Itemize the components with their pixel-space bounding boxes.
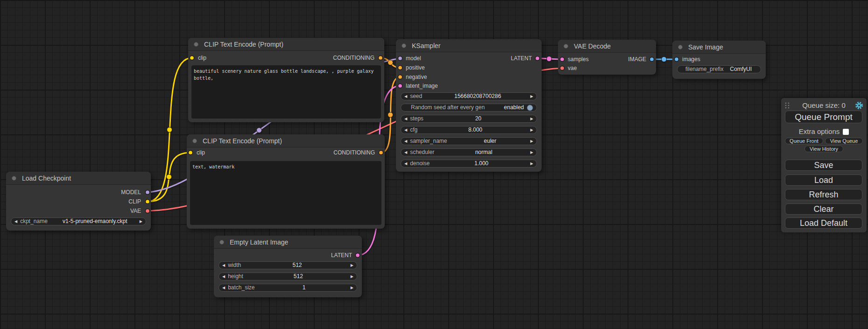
refresh-button[interactable]: Refresh [785, 189, 862, 200]
collapse-dot-icon[interactable] [219, 240, 224, 245]
queue-panel[interactable]: Queue size: 0 Queue Prompt Extra options… [781, 98, 867, 232]
widget-value: normal [475, 149, 493, 156]
increment-arrow-icon[interactable]: ▶ [530, 138, 533, 145]
decrement-arrow-icon[interactable]: ◀ [222, 262, 225, 269]
collapse-dot-icon[interactable] [12, 176, 16, 181]
node-title: CLIP Text Encode (Prompt) [187, 134, 385, 147]
queue-prompt-button[interactable]: Queue Prompt [785, 111, 862, 123]
input-port-vae: vae [568, 64, 577, 72]
graph-canvas[interactable]: Load Checkpoint MODEL CLIP VAE ◀ ckpt_na… [0, 0, 868, 329]
view-history-button[interactable]: View History [804, 146, 843, 152]
node-save-image[interactable]: Save Image images filename_prefix ComfyU… [672, 41, 766, 79]
decrement-arrow-icon[interactable]: ◀ [404, 115, 407, 122]
widget-value: 8.000 [468, 126, 482, 133]
link-dot [257, 128, 262, 133]
widget-label: batch_size [228, 284, 254, 291]
widget-steps[interactable]: ◀ steps 20 ▶ [401, 115, 537, 123]
widget-value: 512 [294, 273, 303, 280]
toggle-enabled-icon[interactable] [527, 105, 533, 111]
decrement-arrow-icon[interactable]: ◀ [404, 138, 407, 145]
widget-value: 1.000 [474, 160, 488, 167]
widget-height[interactable]: ◀ height 512 ▶ [219, 273, 357, 280]
output-port-latent: LATENT [511, 55, 532, 62]
extra-options-checkbox[interactable] [843, 129, 849, 135]
increment-arrow-icon[interactable]: ▶ [530, 149, 533, 156]
settings-gear-icon[interactable] [855, 101, 863, 110]
output-port-vae: VAE [130, 207, 141, 215]
output-port-model: MODEL [121, 189, 141, 196]
increment-arrow-icon[interactable]: ▶ [351, 262, 353, 269]
link-clip-to-positive-encoder [148, 58, 192, 202]
widget-seed[interactable]: ◀ seed 156680208700286 ▶ [401, 92, 537, 100]
widget-label: sampler_name [410, 138, 447, 145]
increment-arrow-icon[interactable]: ▶ [530, 115, 533, 122]
queue-size-label: Queue size: 0 [781, 101, 867, 110]
decrement-arrow-icon[interactable]: ◀ [222, 273, 225, 280]
collapse-dot-icon[interactable] [564, 44, 568, 49]
negative-prompt-textarea[interactable]: text, watermark [190, 161, 381, 225]
output-port-conditioning: CONDITIONING [333, 149, 375, 156]
node-clip-text-encode-positive[interactable]: CLIP Text Encode (Prompt) clip CONDITION… [188, 38, 384, 122]
input-port-model: model [406, 55, 421, 62]
widget-label: denoise [410, 160, 430, 167]
node-title: VAE Decode [558, 40, 656, 53]
node-vae-decode[interactable]: VAE Decode samples vae IMAGE [558, 40, 656, 75]
increment-arrow-icon[interactable]: ▶ [351, 284, 353, 291]
link-clip-to-negative-encoder [148, 153, 191, 202]
increment-arrow-icon[interactable]: ▶ [530, 126, 533, 133]
decrement-arrow-icon[interactable]: ◀ [404, 149, 407, 156]
node-ksampler[interactable]: KSampler model positive negative latent_… [396, 39, 542, 172]
link-dot [388, 60, 393, 65]
widget-value: 512 [293, 262, 302, 269]
collapse-dot-icon[interactable] [192, 139, 197, 143]
collapse-dot-icon[interactable] [194, 42, 198, 47]
node-title: CLIP Text Encode (Prompt) [188, 38, 384, 51]
collapse-dot-icon[interactable] [678, 45, 683, 49]
widget-filename-prefix[interactable]: filename_prefix ComfyUI [677, 65, 761, 73]
input-port-latent-image: latent_image [406, 82, 438, 90]
widget-cfg[interactable]: ◀ cfg 8.000 ▶ [401, 126, 537, 134]
increment-arrow-icon[interactable]: ▶ [351, 273, 353, 280]
widget-value: 20 [475, 115, 481, 122]
collapse-dot-icon[interactable] [402, 43, 406, 48]
load-default-button[interactable]: Load Default [785, 217, 862, 229]
link-dot [167, 175, 172, 180]
decrement-arrow-icon[interactable]: ◀ [14, 218, 17, 225]
decrement-arrow-icon[interactable]: ◀ [404, 93, 407, 100]
widget-value: ComfyUI [730, 66, 752, 73]
view-queue-button[interactable]: View Queue [825, 138, 863, 144]
decrement-arrow-icon[interactable]: ◀ [404, 126, 407, 133]
node-load-checkpoint[interactable]: Load Checkpoint MODEL CLIP VAE ◀ ckpt_na… [6, 172, 151, 231]
save-button[interactable]: Save [785, 160, 862, 171]
widget-ckpt-name[interactable]: ◀ ckpt_name v1-5-pruned-emaonly.ckpt ▶ [11, 217, 146, 225]
widget-label: filename_prefix [685, 66, 723, 73]
increment-arrow-icon[interactable]: ▶ [140, 218, 142, 225]
increment-arrow-icon[interactable]: ▶ [530, 93, 533, 100]
node-title: Save Image [672, 41, 766, 54]
output-port-clip: CLIP [128, 198, 141, 205]
node-clip-text-encode-negative[interactable]: CLIP Text Encode (Prompt) clip CONDITION… [187, 134, 385, 229]
widget-value: v1-5-pruned-emaonly.ckpt [63, 218, 127, 225]
widget-random-seed-toggle[interactable]: Random seed after every gen enabled [401, 104, 537, 112]
decrement-arrow-icon[interactable]: ◀ [222, 284, 225, 291]
widget-label: scheduler [410, 149, 434, 156]
increment-arrow-icon[interactable]: ▶ [530, 160, 533, 167]
widget-sampler-name[interactable]: ◀ sampler_name euler ▶ [401, 137, 537, 145]
widget-value: euler [484, 138, 496, 145]
queue-front-button[interactable]: Queue Front [785, 138, 823, 144]
link-dot [547, 56, 552, 62]
input-port-clip: clip [198, 54, 206, 62]
clear-button[interactable]: Clear [785, 203, 862, 215]
input-port-positive: positive [406, 64, 425, 71]
widget-width[interactable]: ◀ width 512 ▶ [219, 261, 357, 269]
widget-label: width [228, 262, 241, 269]
widget-value: 1 [303, 284, 306, 291]
node-empty-latent-image[interactable]: Empty Latent Image LATENT ◀ width 512 ▶ … [214, 236, 362, 297]
widget-denoise[interactable]: ◀ denoise 1.000 ▶ [401, 160, 537, 168]
positive-prompt-textarea[interactable]: beautiful scenery nature glass bottle la… [191, 65, 381, 119]
decrement-arrow-icon[interactable]: ◀ [404, 160, 407, 167]
widget-batch-size[interactable]: ◀ batch_size 1 ▶ [219, 284, 357, 292]
widget-scheduler[interactable]: ◀ scheduler normal ▶ [401, 148, 537, 156]
load-button[interactable]: Load [785, 175, 862, 186]
node-title: Empty Latent Image [214, 236, 362, 249]
